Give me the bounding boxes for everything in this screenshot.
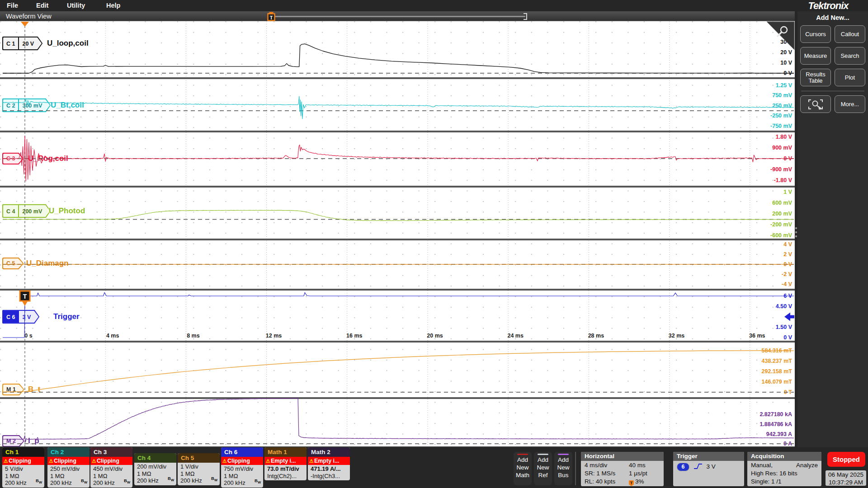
waveform-plot-area[interactable] [0,21,795,447]
bandwidth-icon: BW [168,475,174,483]
badge-alert: ⚠Clipping [221,457,263,465]
zoom-region-button[interactable] [800,95,831,113]
channel-tag-c-6[interactable]: C 63 V [2,310,39,324]
time-axis-label: 8 ms [187,333,200,339]
warning-icon: ⚠ [266,458,270,464]
trigger-panel[interactable]: Trigger 6 3 V [673,452,744,486]
sample-resolution: 1 µs/pt [629,469,647,478]
bandwidth-icon: BW [255,477,261,486]
acquisition-analyze: Analyze [796,461,818,469]
badge-ch-2[interactable]: Ch 2⚠Clipping250 mV/div1 MΩ200 kHzBW [47,447,90,488]
time-axis-label: 32 ms [669,333,684,339]
search-button[interactable]: Search [835,47,865,65]
channel-label-u-loop-coil[interactable]: U_loop,coil [47,39,89,48]
add-new-header: Add New... [797,11,868,21]
add-new-math-button[interactable]: AddNewMath [514,452,532,485]
trigger-source-badge: 6 [677,463,689,471]
badge-math-1[interactable]: Math 1⚠Empty i...73.0 mT/divIntg(Ch2)... [264,447,307,480]
badge-ch-6[interactable]: Ch 6⚠Clipping750 mV/div1 MΩ200 kHzBW [221,447,263,488]
axis-label: -600 mV [741,232,792,239]
channel-tag-label: C 1 [3,38,19,50]
channel-tag-label: 20 V [19,38,42,50]
trigger-position: 3% [635,478,644,485]
add-new-buttons-grid: CursorsCalloutMeasureSearchResults Table… [797,21,868,90]
axis-label: 146.079 mT [741,379,792,385]
badge-ch-1[interactable]: Ch 1⚠Clipping5 V/div1 MΩ200 kHzBW [2,447,44,488]
run-state-button[interactable]: Stopped [827,452,865,467]
badge-ch-4[interactable]: Ch 4200 mV/div1 MΩ200 kHzBW [134,453,176,485]
badge-ch-3[interactable]: Ch 3⚠Clipping450 mV/div1 MΩ200 kHzBW [90,447,132,488]
axis-label: 942.393 A [741,431,792,437]
channel-tag-c-4[interactable]: C 4200 mV [2,204,51,218]
measure-button[interactable]: Measure [800,47,831,65]
waveform-view-titlebar[interactable]: Waveform View [0,11,795,21]
add-new-bus-button[interactable]: AddNewBus [554,452,572,485]
horizontal-window: 40 ms [629,461,646,469]
strip-divider [575,452,576,485]
axis-label: 1.50 V [741,324,792,330]
plot-button[interactable]: Plot [835,69,865,86]
channel-label-u-rog-coil[interactable]: U_Rog,coil [28,154,68,163]
badge-math-2[interactable]: Math 2⚠Empty i...471.19 A/...-Intg(Ch3..… [308,447,350,480]
trigger-level: 3 V [707,463,716,470]
channel-label-i-p[interactable]: I_p [28,436,39,446]
axis-label: -2 V [741,271,792,277]
badge-ch-5[interactable]: Ch 51 V/div1 MΩ200 kHzBW [178,453,220,485]
channel-label-b-t[interactable]: B_t [28,385,40,394]
menu-item-utility[interactable]: Utility [67,0,85,11]
channel-tag-c-2[interactable]: C 2300 mV [2,99,51,113]
badge-title: Ch 2 [47,447,90,457]
axis-label: 200 mV [741,211,792,217]
horizontal-panel[interactable]: Horizontal 4 ms/div40 ms SR: 1 MS/s1 µs/… [581,452,664,486]
channel-label-trigger[interactable]: Trigger [53,312,80,321]
panel-splitter-handle[interactable] [795,227,797,237]
axis-label: 4.50 V [741,303,792,310]
bandwidth-icon: BW [211,475,217,483]
axis-label: 1.25 V [741,82,792,89]
channel-tag-c-1[interactable]: C 120 V [2,37,42,51]
menu-bar: FileEditUtilityHelp [0,0,868,11]
add-new-ref-button[interactable]: AddNewRef [534,452,552,485]
axis-label: 6 V [741,293,792,299]
time-axis-label: 28 ms [588,333,604,339]
channel-tag-label: C 3 [3,154,23,164]
callout-button[interactable]: Callout [835,25,865,43]
axis-label: -4 V [741,281,792,287]
warning-icon: ⚠ [309,458,314,464]
axis-label: 584.316 mT [741,347,792,354]
time-axis-label: 16 ms [346,333,362,339]
acquisition-mode: Manual, [751,461,773,469]
channel-tag-label: 200 mV [19,205,50,217]
acquisition-panel[interactable]: Acquisition Manual,Analyze High Res: 16 … [747,452,821,486]
results-table-button[interactable]: Results Table [800,69,831,86]
time-axis-label: 12 ms [266,333,282,339]
badge-alert: ⚠Empty i... [264,457,307,465]
channel-label-u-photod[interactable]: U_Photod [49,206,85,216]
menu-item-help[interactable]: Help [106,0,120,11]
add-new-panel: Add New... CursorsCalloutMeasureSearchRe… [797,11,868,447]
zoom-region-icon [808,99,823,110]
badge-settings: 73.0 mT/divIntg(Ch2)... [264,465,307,480]
axis-label: 2.827180 kA [741,411,792,418]
badge-title: Ch 4 [134,453,176,463]
time-axis-label: 0 s [24,333,32,339]
cursors-button[interactable]: Cursors [800,25,831,43]
bandwidth-icon: BW [124,477,130,486]
time-axis-label: 36 ms [749,333,765,339]
trigger-position-icon: T [629,480,634,486]
menu-item-edit[interactable]: Edit [36,0,48,11]
panel-divider [801,91,864,91]
channel-label-u-diamagn[interactable]: U_Diamagn [26,259,69,268]
badge-title: Ch 3 [90,447,132,457]
axis-label: 900 mV [741,145,792,151]
badge-title: Ch 5 [178,453,220,463]
trigger-panel-title: Trigger [673,452,744,461]
time-axis-label: 20 ms [427,333,443,339]
menu-item-file[interactable]: File [7,0,18,11]
channel-tag-label: C 6 [3,311,19,323]
horizontal-scale: 4 ms/div [585,461,629,469]
channel-label-u-bt-coil[interactable]: U_Bt,coil [51,101,84,110]
axis-label: 1 V [741,189,792,195]
badge-settings: 250 mV/div1 MΩ200 kHzBW [47,465,90,488]
more-button[interactable]: More... [835,95,865,113]
